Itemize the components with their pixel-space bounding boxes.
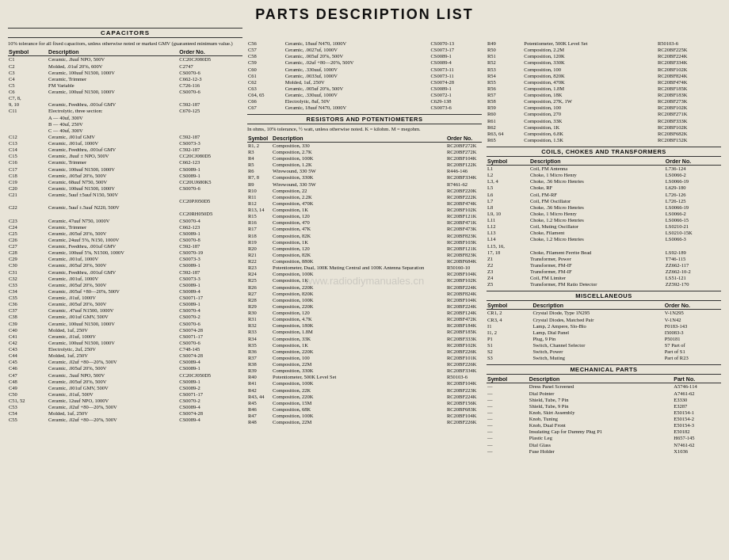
table-row: C30Ceramic, .005uf 20%, 500VCS0089-1 [8,262,242,269]
table-row: R39Composition, 330KRC20BF334K [247,368,482,374]
table-row: C58Ceramic, .005uf 20%, 500VCS0089-1 [247,53,482,59]
table-row: C15Ceramic, .8uuf ± NPO, 500VCC20CJ080D5 [8,153,242,159]
col1: CAPACITORS 10% tolerance for all fixed c… [8,28,242,455]
table-row: C66Electrolytic, 8uf, 50VC629-138 [247,98,482,105]
table-row: R40Potentiometer, 500K Level SetR50103-6 [247,374,482,380]
table-row: C29Ceramic, .001uf, 1000VCS0073-3 [8,256,242,262]
col1-sym-header: Symbol [8,49,48,56]
table-row: L6Coil, FM-RFL726-126 [487,192,721,198]
table-row: R57Composition, 18KRC20BF183K [487,92,721,98]
col2-cap-table: C56Ceramic, 18uuf N470, 1000VCS0070-13C5… [247,40,482,111]
table-row: 17, 18Choke, Filament Ferrite BeadLS92-1… [487,250,721,256]
table-row: L9, 10Choke, 1 Micro HenryLS0066-2 [487,211,721,217]
misc-table: Symbol Description Order No. CR1, 2Cryst… [487,303,721,361]
mech-desc-header: Description [529,376,673,383]
table-row: R3Composition, 2.7KRC20BF272K [247,149,482,155]
table-row: L8Choke, .56 Micro HenriesLS0066-19 [487,204,721,211]
table-row: —Dial PointerA7461-62 [487,390,721,397]
table-row: C37Ceramic, .47uuf N1500, 1000VCS0070-4 [8,307,242,314]
table-row: R17Composition, 47KRC20BF473K [247,226,482,232]
table-row: R31Composition, 4.7KRC20BF472K [247,316,482,322]
table-row: R18Composition, 82KRC20BF823K [247,233,482,239]
table-row: P1Plug, 9 PinP50181 [487,336,721,342]
table-row: C7, 8, [8,95,242,101]
col1-desc-header: Description [48,49,178,56]
table-row: R38Composition, 22MRC20BF226K [247,361,482,368]
table-row: R24Composition, 100KRC20BF104K [247,271,482,277]
table-row: CR3, 4Crystal Diodes, Matched PairV-1N42 [487,317,721,323]
table-row: C48Ceramic, .005uf 20%, 500VCS0089-1 [8,379,242,385]
res-desc-header: Description [272,135,446,143]
table-row: —Knob, Dual FrontE50154-3 [487,422,721,429]
table-row: R32Composition, 180KRC20BF184K [247,322,482,329]
table-row: Z1Transformer, PowerT746-115 [487,256,721,262]
mech-sym-header: Symbol [487,376,529,383]
table-row: L15, 16, [487,243,721,250]
table-row: —Dress Panel ScreenedA5746-114 [487,383,721,390]
col1-order-header: Order No. [178,49,242,56]
table-row: CC20RH050D5 [8,211,242,217]
table-row: C23Ceramic, 47uuf N750, 1000VCS0070-4 [8,218,242,224]
table-row: CR1, 2Crystal Diode, Type 1N295V-1N295 [487,310,721,317]
cap-section-title: CAPACITORS [8,28,242,38]
table-row: R19Composition, 1KRC20BF103K [247,239,482,246]
table-row: R28Composition, 100KRC20BF104K [247,297,482,303]
table-row: C12Ceramic, .001uf GMVC592-187 [8,134,242,140]
table-row: C54Molded, 1uf, 250VCS0074-28 [8,410,242,417]
table-row: R48Composition, 22MRC20BF226K [247,419,482,425]
table-row: C28Ceramic, 100uuf 5%, N1500, 1000VCS007… [8,250,242,256]
table-row: R49Potentiometer, 500K Level SetR50103-6 [487,40,721,47]
table-row: R21Composition, 82KRC20BF823K [247,252,482,258]
table-row: C35Ceramic, .01uf, 1000VCS0071-17 [8,295,242,301]
table-row: C60Ceramic, .330uuf, 1000VCS0073-11 [247,67,482,73]
table-row: C17Ceramic, 100uuf N1500, 1000VCS0089-1 [8,166,242,173]
table-row: C3Ceramic, 100uuf N1500, 1000VCS0070-6 [8,70,242,76]
table-row: C53Ceramic, .02uf +80—20%, 500VCS0089-4 [8,404,242,410]
table-row: —Insulating Cap for Dummy Plug P1E50182 [487,429,721,435]
col3: RES R49Potentiometer, 500K Level SetR501… [487,28,721,455]
table-row: R52Composition, 330KRC20BF334K [487,59,721,66]
mech-table: Symbol Description Part No. —Dress Panel… [487,376,721,454]
table-row: R62Composition, 1KRC20BF102K [487,124,721,131]
table-row: A — 40uf, 300V [8,115,242,121]
table-row: —Knob, TuningE50154-2 [487,416,721,422]
table-row: R54Composition, 820KRC20BF824K [487,73,721,79]
table-row: C33Ceramic, .005uf 20%, 500VCS0089-1 [8,282,242,288]
table-row: —Dial GlassN7461-62 [487,442,721,448]
table-row: R13, 14Composition, 1KRC20BF102K [247,207,482,213]
table-row: I1, 2Lamp, Dial PanelI50083-3 [487,330,721,336]
table-row: C19Ceramic, 68uuf N750, 500VCC20UJ680K5 [8,179,242,185]
table-row: R36Composition, 220KRC20BF226K [247,349,482,355]
table-row: R45Composition, 15MRC20BF156K [247,400,482,406]
table-row: R65Composition, 1.5KRC20BF152K [487,137,721,143]
table-row: L5Choke, RFL629-180 [487,185,721,191]
table-row: L7Coil, FM OscillatorL726-125 [487,198,721,204]
table-row: R4Composition, 100KRC20BF104K [247,155,482,162]
table-row: C27Ceramic, Feedthru, .001uf GMVC592-187 [8,243,242,250]
table-row: C24Ceramic, TrimmerC662-123 [8,224,242,230]
table-row: R59Composition, 100RC20BF102K [487,105,721,111]
table-row: R25Composition, 1KRC20BF102K [247,277,482,284]
table-row: C21Ceramic, 5uuf ±5uuf N150, 500V [8,192,242,198]
table-row: C18Ceramic, .005uf 20%, 500VCS0089-1 [8,173,242,179]
coils-order-header: Order No. [665,158,721,166]
table-row: R56Composition, 1.8MRC20BF185K [487,86,721,92]
table-row: C25Ceramic, .005uf 20%, 500VCS0089-1 [8,230,242,237]
table-row: C38Ceramic, .001uf GMV, 500VCS0070-2 [8,314,242,320]
table-row: C63Ceramic, .005uf 20%, 500VCS0089-1 [247,86,482,92]
coils-desc-header: Description [529,158,665,166]
table-row: C47Ceramic, .5uuf NPO, 500VCC20CJ050D5 [8,372,242,379]
table-row: R7, 8Composition, 330KRC20BF334K [247,174,482,181]
table-row: C11Electrolytic, three section:C670-125 [8,108,242,114]
table-row: C36Ceramic, .005uf 20%, 500VCS0089-1 [8,301,242,307]
coils-sym-header: Symbol [487,158,529,166]
table-row: R35Composition, 1KRC20BF102K [247,342,482,349]
table-row: C14Ceramic, Feedthru, .001uf GMVC592-187 [8,147,242,153]
coils-table: Symbol Description Order No. L1Coil, FM … [487,158,721,288]
table-row: —Shield, Tube, 7 PinE3330 [487,397,721,403]
table-row: C16Ceramic, TrimmerC662-123 [8,159,242,166]
table-row: C41Ceramic, .01uf, 1000VCS0071-17 [8,333,242,340]
table-row: Z4Coil, FM LimiterLS51-121 [487,275,721,281]
table-row: R33Composition, 1.8MRC20BF185K [247,329,482,335]
page: PARTS DESCRIPTION LIST www.radiodiymanua… [0,0,729,560]
